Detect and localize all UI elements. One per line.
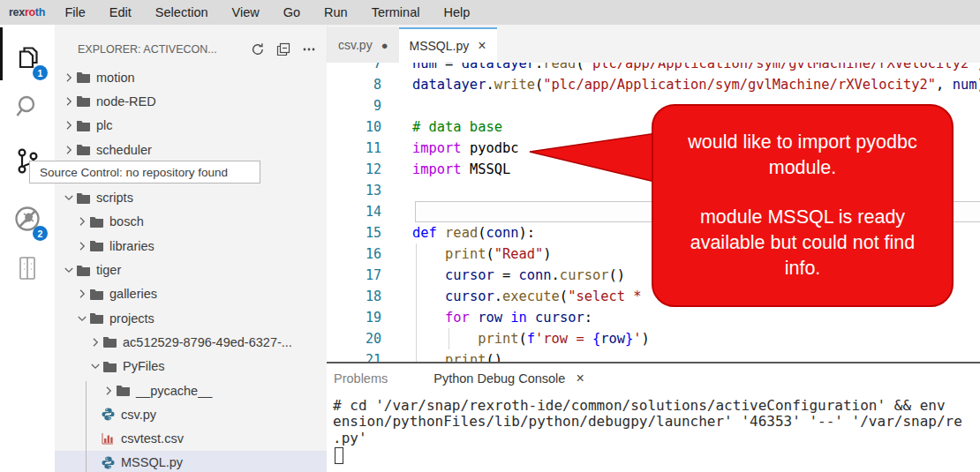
folder-icon [77,143,94,157]
tree-item--pycache-[interactable]: __pycache__ [55,378,327,402]
menu-item-edit[interactable]: Edit [97,0,143,25]
panel-tab-problems[interactable]: Problems [334,371,388,386]
explorer-header: EXPLORER: ACTIVECON... [55,39,327,60]
menu-item-go[interactable]: Go [271,0,312,25]
source-control-tooltip: Source Control: no repository found [29,161,260,184]
tree-item-label: plc [96,118,113,132]
tree-item-ac512529-8796-49ed-6327-[interactable]: ac512529-8796-49ed-6327-... [55,330,327,354]
tree-indent-guide [86,381,87,472]
menu-item-run[interactable]: Run [313,0,360,25]
chevron-right-icon [62,118,77,132]
tree-item-label: tiger [96,263,121,277]
line-number: 8 [327,74,381,95]
code-text: def read(conn): [412,225,535,241]
folder-icon [77,71,94,85]
chevron-right-icon [75,239,90,253]
close-icon[interactable]: × [576,371,584,386]
code-text: datalayer.write("plc/app/Application/sym… [412,77,980,93]
more-actions-button[interactable] [302,42,316,56]
activity-item-search[interactable] [0,89,55,128]
collapse-all-button[interactable] [276,42,290,56]
menu-item-file[interactable]: File [53,0,97,25]
tree-item-label: scripts [96,191,133,205]
tree-item-label: PyFiles [123,359,165,373]
tab-csv-py[interactable]: csv.py● [328,27,399,63]
panel-tabbar: ProblemsPython Debug Console× [327,363,980,393]
terminal-line: ension/pythonFiles/lib/python/debugpy/la… [333,414,980,430]
refresh-button[interactable] [251,42,265,56]
modified-dot-icon[interactable]: ● [381,39,388,52]
panel-tab-python-debug-console[interactable]: Python Debug Console× [433,371,584,386]
line-number: 17 [327,265,381,286]
code-text: print("Read") [412,246,552,262]
debug-console-output[interactable]: # cd '/var/snap/rexroth-ide/common/solut… [327,398,980,464]
tree-item-node-red[interactable]: node-RED [55,89,327,113]
line-number: 14 [327,201,381,222]
activity-item-debug[interactable]: 2 [0,201,55,240]
tree-item-label: ac512529-8796-49ed-6327-... [123,335,292,349]
chevron-right-icon [75,214,90,229]
panel-tab-label: Python Debug Console [433,371,565,386]
menu-item-selection[interactable]: Selection [143,0,220,25]
chevron-right-icon [62,143,77,157]
tree-item-mssql-py[interactable]: MSSQL.py [55,451,327,472]
chevron-down-icon [62,191,77,205]
code-text: # data base [412,119,502,135]
tree-item-projects[interactable]: projects [55,306,327,330]
activity-item-extensions[interactable] [0,251,55,289]
chevron-right-icon [62,71,77,85]
code-text: import pyodbc [412,140,519,156]
badge: 1 [33,65,48,80]
callout-tail [525,128,667,190]
folder-icon [77,94,94,109]
tree-item-libraries[interactable]: libraries [55,234,327,258]
code-text: cursor = conn.cursor() [412,267,625,283]
search-icon [14,94,41,124]
tree-item-label: node-RED [96,94,156,109]
folder-icon [90,287,108,301]
editor-tabbar: csv.py●MSSQL.py× [327,25,980,63]
activity-bar: 12 [0,25,55,472]
callout-text-1: would like to import pyodbc module. [671,130,934,181]
chevron-right-icon [62,94,77,109]
csv-icon [102,431,119,446]
tree-item-label: libraries [109,239,155,253]
line-number: 9 [327,95,381,116]
tab-mssql-py[interactable]: MSSQL.py× [399,27,497,63]
chevron-right-icon [102,384,117,398]
tree-item-galleries[interactable]: galleries [55,282,327,306]
tree-item-csv-py[interactable]: csv.py [55,402,327,426]
tooltip-text: Source Control: no repository found [40,166,228,179]
activity-item-files[interactable]: 1 [0,41,55,79]
tree-item-motion[interactable]: motion [55,65,327,89]
tree-item-label: projects [109,311,155,326]
folder-icon [117,384,134,398]
tree-item-label: csv.py [121,408,156,422]
tree-item-plc[interactable]: plc [55,114,327,138]
code-text: for row in cursor: [412,310,592,326]
tree-item-pyfiles[interactable]: PyFiles [55,355,327,378]
chevron-right-icon [88,335,103,349]
chevron-down-icon [75,311,90,326]
code-line-21: 21 print() [327,349,980,362]
folder-icon [77,263,94,277]
terminal-line: # cd '/var/snap/rexroth-ide/common/solut… [333,398,980,414]
terminal-line: .py' [333,431,980,446]
tree-item-csvtest-csv[interactable]: csvtest.csv [55,426,327,450]
tree-item-scripts[interactable]: scripts [55,185,327,209]
tree-item-tiger[interactable]: tiger [55,258,327,281]
chevron-right-icon [75,287,90,301]
menu-item-view[interactable]: View [220,0,271,25]
line-number: 21 [327,349,381,362]
menu-item-terminal[interactable]: Terminal [359,0,432,25]
tree-item-bosch[interactable]: bosch [55,210,327,234]
folder-icon [90,311,108,326]
tree-item-label: __pycache__ [136,384,212,398]
close-icon[interactable]: × [478,40,486,52]
bottom-panel: ProblemsPython Debug Console× # cd '/var… [327,362,980,472]
menu-item-help[interactable]: Help [432,0,482,25]
folder-icon [103,359,121,373]
tree-item-scheduler[interactable]: scheduler [55,138,327,161]
panel-tab-label: Problems [334,371,388,386]
folder-icon [77,118,94,132]
